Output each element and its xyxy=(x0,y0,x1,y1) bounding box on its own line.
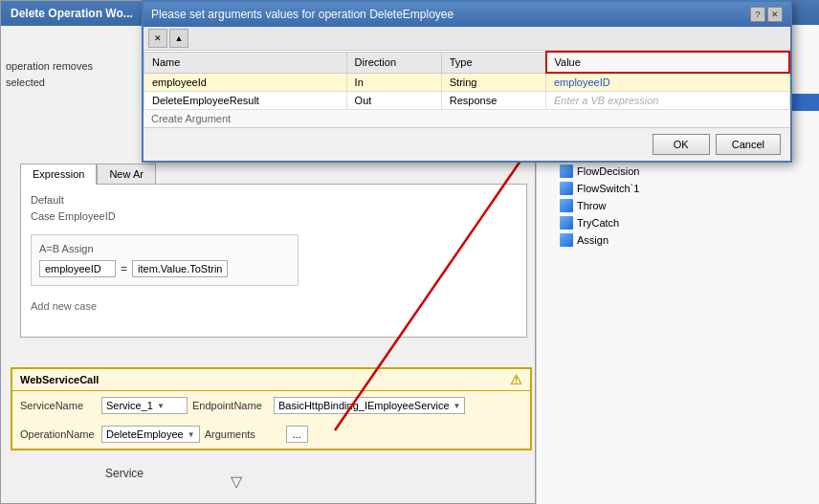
activity-icon-assign xyxy=(560,233,573,247)
dialog-title-buttons: ? ✕ xyxy=(750,7,783,22)
tree-item-assign[interactable]: Assign xyxy=(537,231,819,249)
assign-left-field[interactable]: employeeID xyxy=(39,260,116,277)
assign-right-field[interactable]: item.Value.ToStrin xyxy=(132,260,228,277)
arrow-down-bottom: ▽ xyxy=(231,470,242,493)
dialog-box: Please set arguments values for operatio… xyxy=(142,0,792,163)
ok-button[interactable]: OK xyxy=(653,134,710,155)
table-row[interactable]: employeeId In String xyxy=(144,73,790,92)
service-name-dropdown[interactable]: Service_1 ▼ xyxy=(101,397,188,414)
dialog-toolbar: ✕ ▲ xyxy=(144,27,790,51)
cell-direction-2: Out xyxy=(346,92,441,110)
operation-name-dropdown[interactable]: DeleteEmployee ▼ xyxy=(101,426,200,443)
endpoint-name-dropdown[interactable]: BasicHttpBinding_IEmployeeService ▼ xyxy=(274,397,465,414)
ws-warning-icon: ⚠ xyxy=(510,372,522,387)
operation-name-label: OperationName xyxy=(20,428,97,440)
dialog-table: Name Direction Type Value employeeId In … xyxy=(144,51,790,110)
cell-name-2: DeleteEmployeeResult xyxy=(144,92,347,110)
col-direction: Direction xyxy=(346,52,441,73)
toolbar-close-btn[interactable]: ✕ xyxy=(148,29,167,48)
col-value: Value xyxy=(546,52,790,73)
cell-name-1: employeeId xyxy=(144,73,347,92)
ws-fields-row1: ServiceName Service_1 ▼ EndpointName Bas… xyxy=(12,391,530,420)
toolbar-up-btn[interactable]: ▲ xyxy=(169,29,188,48)
equals-sign: = xyxy=(121,262,127,275)
table-row[interactable]: DeleteEmployeeResult Out Response Enter … xyxy=(144,92,790,110)
dialog-footer: OK Cancel xyxy=(144,127,790,161)
cell-type-1: String xyxy=(441,73,545,92)
assign-row: employeeID = item.Value.ToStrin xyxy=(39,260,290,277)
ws-fields-row2: OperationName DeleteEmployee ▼ Arguments… xyxy=(12,420,530,449)
endpoint-dropdown-arrow: ▼ xyxy=(454,402,461,410)
ws-panel: WebServiceCall ⚠ ServiceName Service_1 ▼… xyxy=(11,367,532,450)
dialog-overlay: Please set arguments values for operatio… xyxy=(142,0,811,220)
bg-description: operation removes selected xyxy=(1,54,140,95)
cell-direction-1: In xyxy=(346,73,441,92)
col-type: Type xyxy=(441,52,545,73)
service-dropdown-arrow: ▼ xyxy=(157,402,165,410)
service-label: Service xyxy=(105,467,144,480)
assign-block: A=B Assign employeeID = item.Value.ToStr… xyxy=(31,234,299,286)
table-body: employeeId In String DeleteEmployeeResul… xyxy=(144,73,790,110)
service-name-label: ServiceName xyxy=(20,400,97,411)
table-header: Name Direction Type Value xyxy=(144,52,790,73)
ws-panel-label: WebServiceCall xyxy=(20,374,99,385)
cell-value-1[interactable] xyxy=(546,73,790,92)
tab-expression[interactable]: Expression xyxy=(20,164,97,185)
endpoint-name-label: EndpointName xyxy=(192,400,269,411)
create-argument-link[interactable]: Create Argument xyxy=(144,110,790,127)
arguments-button[interactable]: ... xyxy=(286,426,308,443)
value-placeholder-2: Enter a VB expression xyxy=(554,95,658,106)
cancel-button[interactable]: Cancel xyxy=(716,134,781,155)
ws-panel-title: WebServiceCall ⚠ xyxy=(12,369,530,391)
value-input-1[interactable] xyxy=(554,77,782,88)
col-name: Name xyxy=(144,52,347,73)
assign-header: A=B Assign xyxy=(39,243,290,254)
add-case-link[interactable]: Add new case xyxy=(31,300,517,312)
cell-type-2: Response xyxy=(441,92,545,110)
arguments-label: Arguments xyxy=(205,428,281,440)
dialog-title-bar: Please set arguments values for operatio… xyxy=(144,2,790,27)
dialog-question-btn[interactable]: ? xyxy=(750,7,765,22)
operation-dropdown-arrow: ▼ xyxy=(188,430,195,439)
dialog-close-btn[interactable]: ✕ xyxy=(767,7,783,22)
cell-value-2[interactable]: Enter a VB expression xyxy=(546,92,790,110)
dialog-title: Please set arguments values for operatio… xyxy=(151,8,454,21)
